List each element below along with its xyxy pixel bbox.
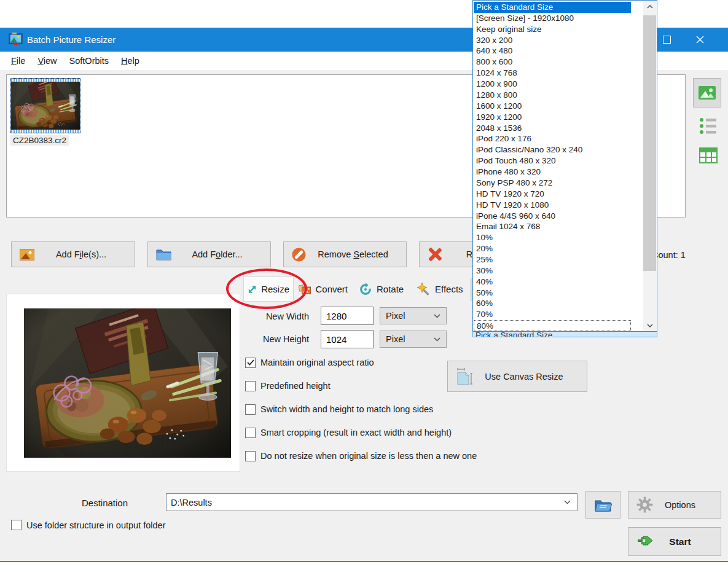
size-option[interactable]: 60%	[474, 298, 631, 309]
tab-effects-label: Effects	[435, 284, 463, 294]
size-option[interactable]: Email 1024 x 768	[474, 221, 631, 232]
tab-rotate[interactable]: Rotate	[355, 276, 412, 302]
destination-combobox[interactable]: D:\Results	[166, 493, 577, 511]
folder-icon	[156, 248, 171, 261]
folder-structure-checkbox[interactable]: Use folder structure in output folder	[11, 520, 165, 530]
new-width-input[interactable]	[321, 307, 374, 325]
size-option[interactable]: 1024 x 768	[474, 68, 631, 79]
chevron-up-icon	[647, 5, 653, 9]
size-option[interactable]: 1920 x 1200	[474, 112, 631, 123]
size-option[interactable]: Keep original size	[474, 24, 631, 35]
width-unit-select[interactable]: Pixel	[380, 307, 447, 324]
view-table-button[interactable]	[699, 147, 718, 163]
size-option[interactable]: 70%	[474, 309, 631, 320]
scroll-up-button[interactable]	[643, 1, 656, 12]
chevron-down-icon	[434, 314, 440, 318]
size-option[interactable]: 640 x 480	[474, 45, 631, 57]
add-image-icon	[20, 249, 34, 261]
canvas-resize-icon	[456, 367, 474, 386]
start-button[interactable]: Start	[628, 527, 721, 556]
remove-selected-label: Remove Selected	[318, 249, 388, 259]
table-view-icon	[699, 147, 718, 163]
dropdown-scrollbar[interactable]	[643, 1, 656, 331]
tab-rotate-label: Rotate	[377, 284, 404, 294]
resize-option-checkbox[interactable]: Switch width and height to match long si…	[245, 404, 433, 415]
app-screen: Batch Picture Resizer FileViewSoftOrbits…	[0, 0, 728, 572]
size-option[interactable]: iPod 220 x 176	[474, 133, 631, 144]
scroll-down-button[interactable]	[643, 320, 656, 331]
add-folder-button[interactable]: Add Folder...	[147, 241, 271, 267]
add-folder-label: Add Folder...	[192, 249, 242, 259]
size-option[interactable]: iPod Touch 480 x 320	[474, 155, 631, 167]
size-option[interactable]: 2048 x 1536	[474, 123, 631, 134]
menu-item-view[interactable]: View	[31, 52, 63, 70]
width-unit-value: Pixel	[386, 311, 405, 321]
size-option[interactable]: Sony PSP 480 x 272	[474, 178, 631, 189]
add-files-button[interactable]: Add File(s)...	[11, 241, 135, 267]
chevron-down-icon	[647, 324, 653, 327]
size-option[interactable]: Pick a Standard Size	[474, 2, 631, 13]
close-icon	[696, 36, 704, 44]
file-thumbnail[interactable]	[10, 78, 80, 133]
options-button[interactable]: Options	[628, 491, 721, 519]
size-option[interactable]: iPhone 480 x 320	[474, 167, 631, 178]
size-option[interactable]: 1200 x 900	[474, 79, 631, 90]
options-label: Options	[665, 500, 695, 510]
size-option[interactable]: 40%	[474, 276, 631, 288]
size-dropdown-popup: Pick a Standard Size[Screen Size] - 1920…	[472, 0, 657, 337]
size-option[interactable]: 1600 x 1200	[474, 101, 631, 112]
close-button[interactable]	[686, 28, 714, 52]
new-width-label: New Width	[248, 311, 309, 321]
resize-option-checkbox[interactable]: Smart cropping (result in exact width an…	[245, 427, 452, 438]
resize-option-label: Do not resize when original size is less…	[260, 451, 477, 461]
resize-option-label: Switch width and height to match long si…	[260, 404, 433, 414]
size-option[interactable]: 30%	[474, 265, 631, 276]
chevron-down-icon	[434, 337, 440, 342]
resize-option-label: Smart cropping (result in exact width an…	[260, 428, 452, 437]
menu-item-softorbits[interactable]: SoftOrbits	[63, 52, 115, 70]
height-unit-select[interactable]: Pixel	[380, 331, 447, 348]
size-option[interactable]: HD TV 1920 x 720	[474, 189, 631, 200]
remove-selected-button[interactable]: Remove Selected	[283, 241, 407, 267]
add-files-label: Add File(s)...	[56, 249, 106, 259]
size-option[interactable]: HD TV 1920 x 1080	[474, 200, 631, 211]
checkbox-unchecked-icon	[245, 381, 256, 391]
resize-option-checkbox[interactable]: Do not resize when original size is less…	[245, 450, 477, 461]
size-dropdown-list[interactable]: Pick a Standard Size[Screen Size] - 1920…	[472, 0, 657, 332]
resize-option-checkbox[interactable]: Predefined height	[245, 380, 331, 391]
folder-structure-label: Use folder structure in output folder	[26, 520, 165, 530]
view-thumbnails-button[interactable]	[693, 78, 721, 108]
size-option[interactable]: 20%	[474, 243, 631, 254]
resize-option-checkbox[interactable]: Maintain original aspect ratio	[245, 357, 374, 368]
size-option[interactable]: 800 x 600	[474, 57, 631, 68]
size-option[interactable]: 320 x 200	[474, 35, 631, 46]
view-list-button[interactable]	[699, 117, 718, 135]
start-arrow-icon	[636, 535, 654, 549]
size-combo-echo[interactable]: Pick a Standard Size	[472, 332, 657, 337]
checkbox-unchecked-icon	[245, 428, 256, 438]
app-icon	[9, 32, 23, 47]
size-option[interactable]: iPod Classic/Nano 320 x 240	[474, 144, 631, 155]
size-option[interactable]: [Screen Size] - 1920x1080	[474, 13, 631, 24]
size-option[interactable]: 10%	[474, 232, 631, 243]
size-combo-echo-text: Pick a Standard Size	[476, 332, 657, 337]
size-option[interactable]: 80%	[474, 320, 631, 331]
size-option[interactable]: 25%	[474, 254, 631, 265]
size-option[interactable]: iPone 4/4S 960 x 640	[474, 211, 631, 222]
tab-convert-label: Convert	[315, 284, 348, 294]
menu-item-file[interactable]: File	[5, 52, 31, 70]
use-canvas-resize-label: Use Canvas Resize	[485, 372, 563, 382]
size-option[interactable]: 50%	[474, 288, 631, 299]
menu-item-help[interactable]: Help	[115, 52, 146, 70]
chevron-down-icon	[564, 500, 571, 504]
resize-option-label: Maintain original aspect ratio	[260, 358, 374, 367]
checkbox-unchecked-icon	[11, 520, 22, 530]
size-option[interactable]: 1280 x 800	[474, 90, 631, 101]
scrollbar-thumb[interactable]	[643, 15, 656, 271]
start-label: Start	[669, 536, 691, 547]
browse-folder-button[interactable]	[585, 491, 620, 519]
new-height-input[interactable]	[321, 330, 374, 348]
tab-effects[interactable]: Effects	[413, 276, 469, 302]
bottom-divider	[0, 561, 728, 562]
use-canvas-resize-button[interactable]: Use Canvas Resize	[447, 361, 587, 392]
